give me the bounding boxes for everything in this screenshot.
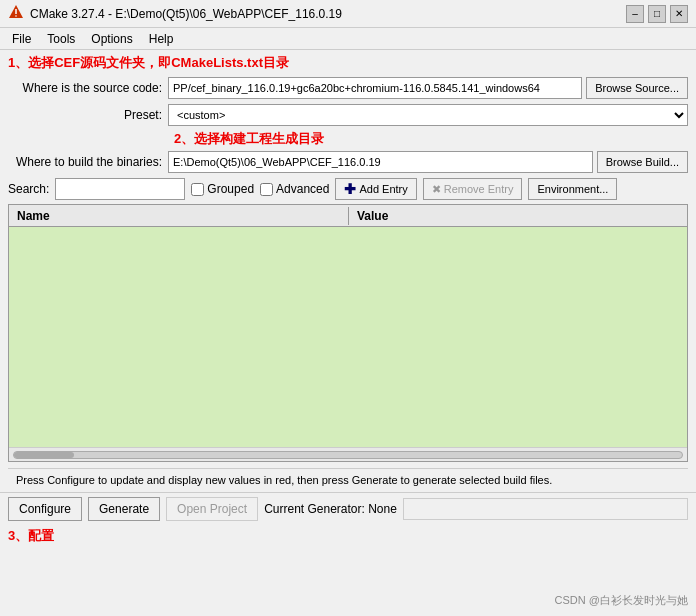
grouped-checkbox-label[interactable]: Grouped [191,182,254,196]
app-icon [8,4,24,23]
annotation-step2: 2、选择构建工程生成目录 [174,130,688,148]
advanced-label: Advanced [276,182,329,196]
menu-file[interactable]: File [4,31,39,47]
open-project-button[interactable]: Open Project [166,497,258,521]
status-text: Press Configure to update and display ne… [16,474,552,486]
search-label: Search: [8,182,49,196]
close-button[interactable]: ✕ [670,5,688,23]
minimize-button[interactable]: – [626,5,644,23]
cmake-table: Name Value [8,204,688,462]
remove-entry-button[interactable]: ✖ Remove Entry [423,178,523,200]
scrollbar-track[interactable] [13,451,683,459]
title-bar: CMake 3.27.4 - E:\Demo(Qt5)\06_WebAPP\CE… [0,0,696,28]
status-bar: Press Configure to update and display ne… [8,468,688,492]
remove-entry-label: Remove Entry [444,183,514,195]
window-title: CMake 3.27.4 - E:\Demo(Qt5)\06_WebAPP\CE… [30,7,342,21]
source-input[interactable] [168,77,582,99]
search-row: Search: Grouped Advanced ✚ Add Entry ✖ R… [8,178,688,200]
build-input[interactable] [168,151,593,173]
source-label: Where is the source code: [8,81,168,95]
search-input[interactable] [55,178,185,200]
table-value-header: Value [349,207,396,225]
window-controls: – □ ✕ [626,5,688,23]
preset-row: Preset: <custom> [8,104,688,126]
annotation-step1: 1、选择CEF源码文件夹，即CMakeLists.txt目录 [8,54,688,72]
configure-button[interactable]: Configure [8,497,82,521]
svg-point-2 [15,15,17,17]
title-bar-left: CMake 3.27.4 - E:\Demo(Qt5)\06_WebAPP\CE… [8,4,342,23]
menu-bar: File Tools Options Help [0,28,696,50]
menu-options[interactable]: Options [83,31,140,47]
add-entry-button[interactable]: ✚ Add Entry [335,178,416,200]
generator-text: Current Generator: None [264,502,397,516]
grouped-checkbox[interactable] [191,183,204,196]
watermark: CSDN @白衫长发时光与她 [555,593,688,608]
table-header: Name Value [9,205,687,227]
preset-label: Preset: [8,108,168,122]
advanced-checkbox-label[interactable]: Advanced [260,182,329,196]
table-name-header: Name [9,207,349,225]
preset-select[interactable]: <custom> [168,104,688,126]
generate-button[interactable]: Generate [88,497,160,521]
maximize-button[interactable]: □ [648,5,666,23]
advanced-checkbox[interactable] [260,183,273,196]
menu-help[interactable]: Help [141,31,182,47]
scrollbar[interactable] [9,447,687,461]
annotation-step3: 3、配置 [8,527,688,545]
source-row: Where is the source code: Browse Source.… [8,76,688,100]
add-entry-label: Add Entry [359,183,407,195]
plus-icon: ✚ [344,181,356,197]
build-label: Where to build the binaries: [8,155,168,169]
menu-tools[interactable]: Tools [39,31,83,47]
times-icon: ✖ [432,183,441,196]
browse-source-button[interactable]: Browse Source... [586,77,688,99]
generator-input[interactable] [403,498,688,520]
build-row: Where to build the binaries: Browse Buil… [8,150,688,174]
environment-button[interactable]: Environment... [528,178,617,200]
grouped-label: Grouped [207,182,254,196]
browse-build-button[interactable]: Browse Build... [597,151,688,173]
scrollbar-thumb[interactable] [14,452,74,458]
table-body[interactable] [9,227,687,447]
bottom-bar: Configure Generate Open Project Current … [0,492,696,525]
